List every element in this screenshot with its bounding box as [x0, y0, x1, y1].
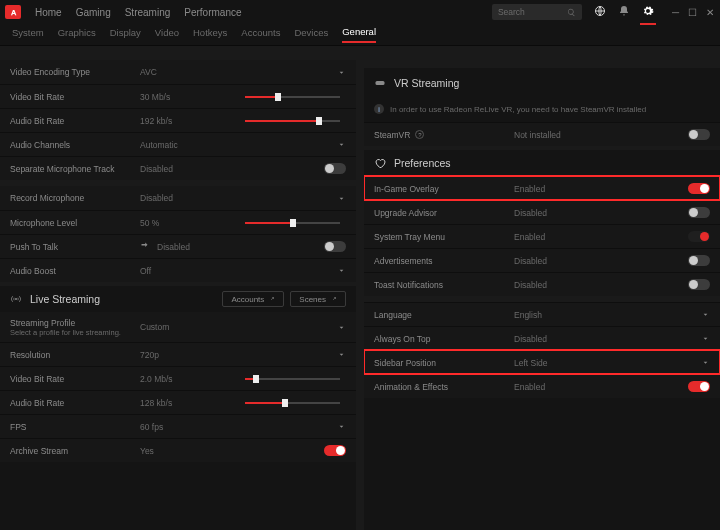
- chevron-down-icon[interactable]: [200, 68, 346, 77]
- row-value: Enabled: [514, 184, 684, 194]
- toggle[interactable]: [324, 445, 346, 456]
- slider[interactable]: [245, 222, 340, 224]
- audio-bitrate-row[interactable]: Audio Bit Rate 192 kb/s: [0, 108, 356, 132]
- preferences-section: Preferences: [364, 146, 720, 176]
- nav-home[interactable]: Home: [35, 7, 62, 18]
- toggle[interactable]: [324, 241, 346, 252]
- record-mic-row[interactable]: Record Microphone Disabled: [0, 186, 356, 210]
- section-title: Preferences: [394, 157, 451, 169]
- chevron-down-icon[interactable]: [200, 323, 346, 332]
- external-link-icon: [268, 296, 275, 303]
- chevron-down-icon[interactable]: [684, 310, 710, 319]
- maximize-button[interactable]: ☐: [688, 7, 697, 18]
- row-label: Audio Bit Rate: [10, 116, 140, 126]
- language-row[interactable]: Language English: [364, 302, 720, 326]
- row-value: Disabled: [514, 208, 684, 218]
- audio-channels-row[interactable]: Audio Channels Automatic: [0, 132, 356, 156]
- left-panel: Video Encoding Type AVC Video Bit Rate 3…: [0, 46, 364, 530]
- sub-nav: System Graphics Display Video Hotkeys Ac…: [0, 24, 720, 46]
- row-value: Enabled: [514, 382, 684, 392]
- nav-gaming[interactable]: Gaming: [76, 7, 111, 18]
- steamvr-row[interactable]: SteamVR? Not installed: [364, 122, 720, 146]
- tab-video[interactable]: Video: [155, 27, 179, 42]
- row-label: Push To Talk: [10, 242, 140, 252]
- streaming-profile-row[interactable]: Streaming Profile Select a profile for l…: [0, 312, 356, 342]
- close-button[interactable]: ✕: [706, 7, 714, 18]
- minimize-button[interactable]: ─: [672, 7, 679, 18]
- tab-accounts[interactable]: Accounts: [241, 27, 280, 42]
- chevron-down-icon[interactable]: [200, 194, 346, 203]
- chevron-down-icon[interactable]: [684, 358, 710, 367]
- accounts-button[interactable]: Accounts: [222, 291, 284, 307]
- row-label: Animation & Effects: [374, 382, 514, 392]
- bell-icon[interactable]: [618, 5, 630, 19]
- nav-performance[interactable]: Performance: [184, 7, 241, 18]
- chevron-down-icon[interactable]: [200, 140, 346, 149]
- tab-devices[interactable]: Devices: [294, 27, 328, 42]
- row-label: Language: [374, 310, 514, 320]
- search-input[interactable]: Search: [492, 4, 582, 20]
- toggle[interactable]: [688, 183, 710, 194]
- video-bitrate2-row[interactable]: Video Bit Rate 2.0 Mb/s: [0, 366, 356, 390]
- audio-boost-row[interactable]: Audio Boost Off: [0, 258, 356, 282]
- share-icon: [140, 241, 157, 252]
- tab-system[interactable]: System: [12, 27, 44, 42]
- row-value: Enabled: [514, 232, 684, 242]
- row-label: Sidebar Position: [374, 358, 514, 368]
- row-value: Yes: [140, 446, 200, 456]
- toggle[interactable]: [688, 255, 710, 266]
- row-label: In-Game Overlay: [374, 184, 514, 194]
- tab-general[interactable]: General: [342, 26, 376, 43]
- scenes-button[interactable]: Scenes: [290, 291, 346, 307]
- gear-icon[interactable]: [642, 5, 654, 19]
- toggle[interactable]: [688, 207, 710, 218]
- slider[interactable]: [245, 96, 340, 98]
- system-tray-row[interactable]: System Tray Menu Enabled: [364, 224, 720, 248]
- animation-effects-row[interactable]: Animation & Effects Enabled: [364, 374, 720, 398]
- toggle[interactable]: [688, 231, 710, 242]
- tab-graphics[interactable]: Graphics: [58, 27, 96, 42]
- fps-row[interactable]: FPS 60 fps: [0, 414, 356, 438]
- external-link-icon: [330, 296, 337, 303]
- row-label: Toast Notifications: [374, 280, 514, 290]
- row-label: Audio Bit Rate: [10, 398, 140, 408]
- row-label: Audio Channels: [10, 140, 140, 150]
- vr-icon: [374, 77, 386, 89]
- slider[interactable]: [245, 402, 340, 404]
- toast-notifications-row[interactable]: Toast Notifications Disabled: [364, 272, 720, 296]
- primary-nav: Home Gaming Streaming Performance: [35, 7, 242, 18]
- row-value: 50 %: [140, 218, 200, 228]
- web-icon[interactable]: [594, 5, 606, 19]
- push-to-talk-row[interactable]: Push To Talk Disabled: [0, 234, 356, 258]
- chevron-down-icon[interactable]: [200, 422, 346, 431]
- row-value: 60 fps: [140, 422, 200, 432]
- toggle[interactable]: [688, 381, 710, 392]
- in-game-overlay-row[interactable]: In-Game Overlay Enabled: [364, 176, 720, 200]
- audio-bitrate2-row[interactable]: Audio Bit Rate 128 kb/s: [0, 390, 356, 414]
- toggle[interactable]: [324, 163, 346, 174]
- row-value: 192 kb/s: [140, 116, 200, 126]
- sidebar-position-row[interactable]: Sidebar Position Left Side: [364, 350, 720, 374]
- always-on-top-row[interactable]: Always On Top Disabled: [364, 326, 720, 350]
- row-value: Custom: [140, 322, 200, 332]
- toggle[interactable]: [688, 279, 710, 290]
- tab-hotkeys[interactable]: Hotkeys: [193, 27, 227, 42]
- tab-display[interactable]: Display: [110, 27, 141, 42]
- chevron-down-icon[interactable]: [684, 334, 710, 343]
- mic-level-row[interactable]: Microphone Level 50 %: [0, 210, 356, 234]
- slider[interactable]: [245, 378, 340, 380]
- nav-streaming[interactable]: Streaming: [125, 7, 171, 18]
- separate-mic-row[interactable]: Separate Microphone Track Disabled: [0, 156, 356, 180]
- resolution-row[interactable]: Resolution 720p: [0, 342, 356, 366]
- video-bitrate-row[interactable]: Video Bit Rate 30 Mb/s: [0, 84, 356, 108]
- help-icon[interactable]: ?: [415, 130, 424, 139]
- toggle[interactable]: [688, 129, 710, 140]
- video-encoding-row[interactable]: Video Encoding Type AVC: [0, 60, 356, 84]
- upgrade-advisor-row[interactable]: Upgrade Advisor Disabled: [364, 200, 720, 224]
- right-panel: VR Streaming i In order to use Radeon Re…: [364, 46, 720, 530]
- advertisements-row[interactable]: Advertisements Disabled: [364, 248, 720, 272]
- archive-stream-row[interactable]: Archive Stream Yes: [0, 438, 356, 462]
- chevron-down-icon[interactable]: [200, 350, 346, 359]
- slider[interactable]: [245, 120, 340, 122]
- chevron-down-icon[interactable]: [200, 266, 346, 275]
